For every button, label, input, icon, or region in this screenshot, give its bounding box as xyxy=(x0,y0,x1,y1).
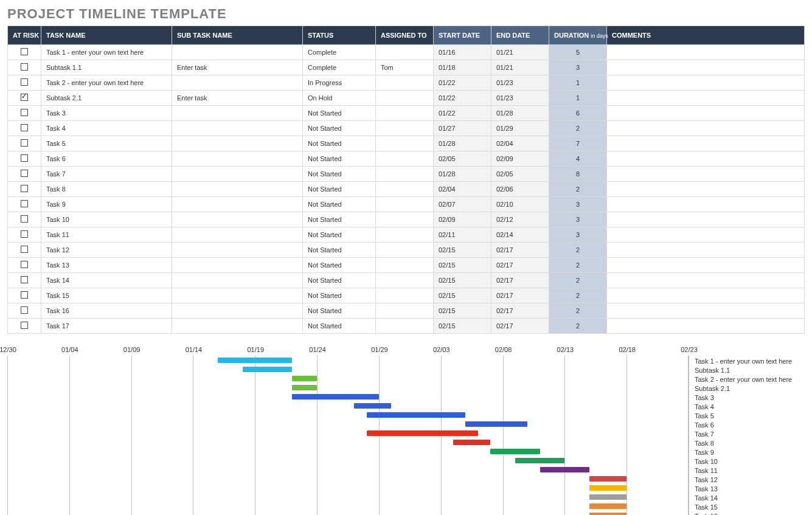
cell-sub[interactable] xyxy=(172,273,303,288)
cell-task[interactable]: Subtask 1.1 xyxy=(41,60,172,75)
cell-start[interactable]: 01/16 xyxy=(434,45,491,60)
risk-checkbox[interactable] xyxy=(21,291,28,299)
risk-checkbox[interactable] xyxy=(21,215,28,223)
cell-assigned[interactable] xyxy=(376,319,434,334)
cell-assigned[interactable] xyxy=(376,212,434,227)
cell-end[interactable]: 01/21 xyxy=(491,45,549,60)
cell-assigned[interactable] xyxy=(376,197,434,212)
risk-checkbox[interactable] xyxy=(21,124,28,131)
cell-sub[interactable] xyxy=(172,136,303,151)
cell-assigned[interactable] xyxy=(376,45,434,60)
cell-sub[interactable] xyxy=(172,167,303,182)
cell-sub[interactable]: Enter task xyxy=(172,91,303,106)
cell-sub[interactable] xyxy=(172,212,303,227)
cell-end[interactable]: 02/17 xyxy=(491,288,549,303)
risk-checkbox[interactable] xyxy=(21,139,28,147)
cell-task[interactable]: Task 12 xyxy=(41,243,172,258)
cell-sub[interactable] xyxy=(172,182,303,197)
cell-task[interactable]: Task 9 xyxy=(41,197,172,212)
cell-status[interactable]: Not Started xyxy=(303,121,376,136)
cell-assigned[interactable]: Tom xyxy=(376,60,434,75)
cell-sub[interactable] xyxy=(172,303,303,319)
cell-sub[interactable] xyxy=(172,197,303,212)
risk-checkbox[interactable] xyxy=(21,185,28,192)
cell-start[interactable]: 02/15 xyxy=(434,243,491,258)
cell-start[interactable]: 01/22 xyxy=(434,75,491,91)
cell-assigned[interactable] xyxy=(376,106,434,121)
cell-end[interactable]: 01/23 xyxy=(491,91,549,106)
cell-comments[interactable] xyxy=(607,303,805,319)
cell-comments[interactable] xyxy=(607,151,805,167)
cell-end[interactable]: 02/17 xyxy=(491,273,549,288)
cell-duration[interactable]: 1 xyxy=(549,75,607,91)
cell-comments[interactable] xyxy=(607,212,805,227)
cell-duration[interactable]: 7 xyxy=(549,136,607,151)
cell-sub[interactable] xyxy=(172,319,303,334)
risk-checkbox[interactable] xyxy=(21,63,28,71)
cell-start[interactable]: 02/15 xyxy=(434,258,491,273)
cell-duration[interactable]: 2 xyxy=(549,303,607,319)
cell-end[interactable]: 02/17 xyxy=(491,319,549,334)
cell-task[interactable]: Task 4 xyxy=(41,121,172,136)
cell-end[interactable]: 01/28 xyxy=(491,106,549,121)
cell-duration[interactable]: 2 xyxy=(549,288,607,303)
cell-end[interactable]: 02/12 xyxy=(491,212,549,227)
cell-sub[interactable] xyxy=(172,75,303,91)
cell-comments[interactable] xyxy=(607,273,805,288)
cell-task[interactable]: Task 1 - enter your own text here xyxy=(41,45,172,60)
cell-status[interactable]: Not Started xyxy=(303,227,376,243)
cell-task[interactable]: Task 11 xyxy=(41,227,172,243)
cell-comments[interactable] xyxy=(607,227,805,243)
cell-duration[interactable]: 2 xyxy=(549,243,607,258)
cell-task[interactable]: Task 10 xyxy=(41,212,172,227)
cell-comments[interactable] xyxy=(607,136,805,151)
risk-checkbox[interactable] xyxy=(21,170,28,177)
cell-sub[interactable] xyxy=(172,45,303,60)
cell-task[interactable]: Task 17 xyxy=(41,319,172,334)
cell-sub[interactable] xyxy=(172,121,303,136)
cell-status[interactable]: Not Started xyxy=(303,243,376,258)
cell-start[interactable]: 01/28 xyxy=(434,167,491,182)
cell-comments[interactable] xyxy=(607,45,805,60)
cell-comments[interactable] xyxy=(607,60,805,75)
cell-duration[interactable]: 3 xyxy=(549,227,607,243)
cell-sub[interactable] xyxy=(172,106,303,121)
cell-assigned[interactable] xyxy=(376,151,434,167)
cell-duration[interactable]: 8 xyxy=(549,167,607,182)
risk-checkbox[interactable] xyxy=(21,94,28,101)
cell-start[interactable]: 02/15 xyxy=(434,288,491,303)
risk-checkbox[interactable] xyxy=(21,276,28,283)
cell-end[interactable]: 02/04 xyxy=(491,136,549,151)
cell-assigned[interactable] xyxy=(376,273,434,288)
cell-comments[interactable] xyxy=(607,182,805,197)
cell-duration[interactable]: 2 xyxy=(549,273,607,288)
cell-comments[interactable] xyxy=(607,106,805,121)
cell-assigned[interactable] xyxy=(376,91,434,106)
cell-assigned[interactable] xyxy=(376,303,434,319)
cell-sub[interactable] xyxy=(172,288,303,303)
cell-sub[interactable] xyxy=(172,258,303,273)
risk-checkbox[interactable] xyxy=(21,230,28,238)
cell-comments[interactable] xyxy=(607,319,805,334)
cell-start[interactable]: 02/04 xyxy=(434,182,491,197)
cell-start[interactable]: 02/15 xyxy=(434,319,491,334)
cell-comments[interactable] xyxy=(607,91,805,106)
cell-sub[interactable] xyxy=(172,243,303,258)
cell-assigned[interactable] xyxy=(376,258,434,273)
cell-task[interactable]: Subtask 2.1 xyxy=(41,91,172,106)
cell-status[interactable]: Not Started xyxy=(303,197,376,212)
cell-status[interactable]: On Hold xyxy=(303,91,376,106)
cell-assigned[interactable] xyxy=(376,227,434,243)
cell-task[interactable]: Task 16 xyxy=(41,303,172,319)
cell-sub[interactable] xyxy=(172,227,303,243)
cell-end[interactable]: 02/17 xyxy=(491,243,549,258)
cell-end[interactable]: 02/17 xyxy=(491,303,549,319)
cell-task[interactable]: Task 6 xyxy=(41,151,172,167)
cell-start[interactable]: 01/18 xyxy=(434,60,491,75)
cell-start[interactable]: 02/15 xyxy=(434,303,491,319)
cell-end[interactable]: 02/05 xyxy=(491,167,549,182)
cell-comments[interactable] xyxy=(607,197,805,212)
cell-duration[interactable]: 5 xyxy=(549,45,607,60)
risk-checkbox[interactable] xyxy=(21,306,28,314)
cell-start[interactable]: 02/11 xyxy=(434,227,491,243)
